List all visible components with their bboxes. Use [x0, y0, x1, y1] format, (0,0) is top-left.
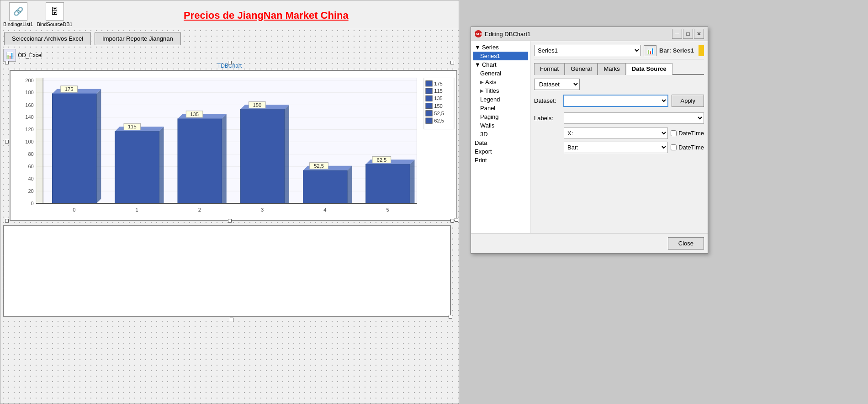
x-dropdown[interactable]: X: — [564, 128, 668, 139]
resize-handle-tr[interactable] — [450, 61, 454, 64]
select-excel-button[interactable]: Seleccionar Archivos Excel — [4, 32, 91, 45]
bind-source-icon[interactable]: 🗄 — [46, 2, 64, 21]
tabs-row: Format General Marks Data Source — [534, 63, 704, 75]
svg-text:100: 100 — [25, 139, 34, 144]
bottom-panel — [3, 225, 451, 317]
close-button[interactable]: Close — [668, 237, 704, 250]
resize-handle-bottom[interactable] — [228, 219, 232, 223]
bar-datetime-label: DateTime — [678, 144, 704, 151]
data-tree-item[interactable]: Data — [473, 138, 528, 147]
bar-datetime-checkbox: DateTime — [671, 144, 704, 151]
svg-text:180: 180 — [25, 90, 34, 95]
bottom-right-handle[interactable] — [449, 315, 452, 319]
svg-rect-70 — [426, 103, 432, 108]
walls-label: Walls — [480, 122, 494, 129]
svg-rect-43 — [240, 109, 285, 203]
resize-handle-top[interactable] — [228, 61, 232, 64]
svg-text:80: 80 — [28, 151, 33, 157]
series-dropdown[interactable]: Series1 — [534, 45, 641, 56]
svg-rect-37 — [178, 119, 222, 203]
svg-text:150: 150 — [253, 102, 262, 108]
dialog-controls: ─ □ ✕ — [672, 29, 704, 39]
3d-label: 3D — [480, 131, 488, 138]
svg-text:5: 5 — [386, 207, 389, 213]
apply-button[interactable]: Apply — [672, 95, 704, 107]
od-excel-icon[interactable]: 📊 — [3, 49, 16, 62]
dialog-titlebar: RAD Editing DBChart1 ─ □ ✕ — [471, 27, 708, 41]
resize-handle-tl[interactable] — [5, 61, 9, 64]
bindings-list-icon[interactable]: 🔗 — [9, 2, 27, 21]
print-tree-item[interactable]: Print — [473, 156, 528, 165]
tab-marks[interactable]: Marks — [598, 63, 625, 75]
series-tree-header[interactable]: ▼ Series — [473, 43, 528, 52]
series-chart-icon[interactable]: 📊 — [644, 45, 656, 56]
resize-handle-br[interactable] — [455, 218, 458, 222]
bar-dropdown[interactable]: Bar: — [564, 142, 668, 153]
svg-text:200: 200 — [25, 78, 34, 83]
svg-rect-55 — [366, 164, 410, 203]
panel-tree-item[interactable]: Panel — [473, 104, 528, 112]
walls-tree-item[interactable]: Walls — [473, 121, 528, 130]
svg-text:140: 140 — [25, 114, 34, 120]
bottom-panel-handle[interactable] — [230, 318, 233, 321]
tab-data-source[interactable]: Data Source — [626, 63, 672, 75]
svg-marker-44 — [285, 105, 289, 203]
dialog-body: ▼ Series Series1 ▼ Chart General ▶ Axis … — [471, 41, 708, 233]
chart-tree-label: Chart — [482, 61, 497, 68]
bind-source-label: BindSourceDB1 — [37, 21, 72, 27]
series1-label: Series1 — [480, 53, 500, 59]
svg-rect-25 — [53, 94, 97, 203]
svg-text:160: 160 — [25, 102, 34, 108]
chart-tree-header[interactable]: ▼ Chart — [473, 60, 528, 69]
series-tree-label: Series — [482, 44, 499, 51]
series1-tree-item[interactable]: Series1 — [473, 52, 528, 60]
svg-rect-64 — [426, 81, 432, 86]
chart-arrow: ▼ — [475, 61, 481, 68]
paging-tree-item[interactable]: Paging — [473, 112, 528, 121]
bar-datetime-check[interactable] — [671, 144, 677, 150]
svg-text:60: 60 — [28, 164, 33, 169]
labels-label: Labels: — [534, 115, 564, 122]
resize-handle-left[interactable] — [5, 140, 9, 144]
panel-label: Panel — [480, 105, 495, 112]
axis-tree-item[interactable]: ▶ Axis — [473, 78, 528, 86]
titles-tree-item[interactable]: ▶ Titles — [473, 86, 528, 95]
page-title: Precios de JiangNan Market China — [76, 6, 456, 23]
resize-handle-br2[interactable] — [450, 219, 454, 223]
x-datetime-check[interactable] — [671, 130, 677, 136]
maximize-button[interactable]: □ — [683, 29, 693, 39]
svg-text:4: 4 — [323, 207, 326, 213]
dataset-dropdown[interactable] — [564, 95, 668, 106]
svg-text:115: 115 — [434, 88, 443, 94]
svg-text:150: 150 — [434, 103, 443, 109]
x-datetime-checkbox: DateTime — [671, 130, 704, 137]
legend-tree-item[interactable]: Legend — [473, 95, 528, 104]
svg-rect-31 — [115, 131, 159, 203]
close-dialog-button[interactable]: ✕ — [694, 29, 704, 39]
3d-tree-item[interactable]: 3D — [473, 130, 528, 138]
svg-text:120: 120 — [25, 127, 34, 133]
labels-dropdown[interactable] — [564, 112, 704, 124]
paging-label: Paging — [480, 113, 498, 120]
x-field-row: X: DateTime — [564, 128, 704, 139]
svg-text:1: 1 — [135, 207, 138, 213]
svg-marker-32 — [159, 127, 164, 203]
general-tree-item[interactable]: General — [473, 69, 528, 78]
tab-general[interactable]: General — [565, 63, 598, 75]
legend-label: Legend — [480, 96, 500, 103]
labels-field-row: Labels: — [534, 112, 704, 124]
titles-label: Titles — [485, 87, 499, 94]
dataset-field-row: Dataset: Apply — [534, 95, 704, 107]
export-tree-item[interactable]: Export — [473, 147, 528, 156]
dialog-title-icon: RAD — [475, 30, 482, 37]
svg-marker-38 — [222, 114, 227, 203]
minimize-button[interactable]: ─ — [672, 29, 682, 39]
bar-chart-svg: 0 20 40 60 80 100 120 140 160 180 200 — [11, 71, 456, 220]
tab-format[interactable]: Format — [534, 63, 565, 75]
svg-text:175: 175 — [65, 86, 74, 92]
dataset-type-dropdown[interactable]: Dataset — [534, 79, 580, 90]
resize-handle-bl[interactable] — [5, 219, 9, 223]
svg-rect-49 — [303, 170, 348, 203]
data-label: Data — [475, 139, 487, 146]
import-report-button[interactable]: Importar Reporte Jiangnan — [95, 32, 181, 45]
